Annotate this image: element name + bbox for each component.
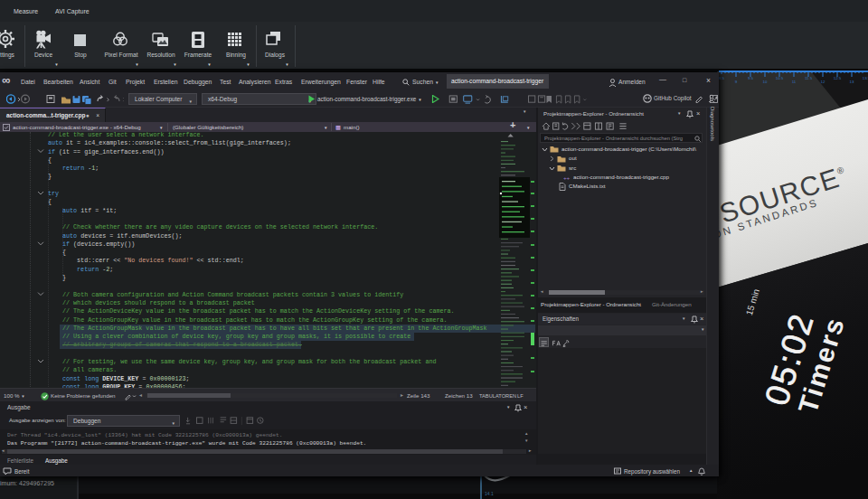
svg-text:11.5: 11.5 [805,76,813,80]
svg-text:12.5: 12.5 [834,76,842,80]
svg-text:11: 11 [792,80,797,84]
svg-text:++: ++ [563,174,571,181]
svg-text:14.1: 14.1 [485,491,494,496]
svg-text:13: 13 [850,80,854,84]
svg-text:9.5: 9.5 [748,76,754,80]
svg-text:10: 10 [763,80,768,84]
svg-text:10.5: 10.5 [776,76,784,80]
svg-text:8.5: 8.5 [719,76,725,80]
svg-text:13.5: 13.5 [863,76,868,80]
svg-text:12: 12 [821,80,826,84]
